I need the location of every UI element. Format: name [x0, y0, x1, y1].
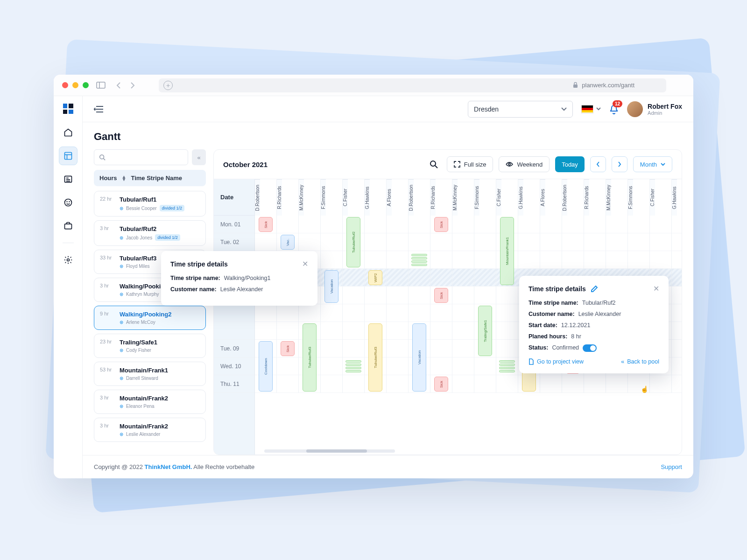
- gantt-bar[interactable]: Sick: [434, 377, 448, 392]
- maximize-dot[interactable]: [83, 82, 89, 88]
- person-icon: ⊛: [120, 235, 123, 240]
- sort-hours-label: Hours: [99, 175, 117, 182]
- view-select[interactable]: Month: [633, 156, 672, 172]
- gantt-bar[interactable]: Vacation: [412, 323, 426, 392]
- date-header: Date: [214, 179, 254, 216]
- svg-point-18: [100, 155, 104, 159]
- gantt-bar[interactable]: WIP2: [368, 270, 382, 285]
- gantt-bar[interactable]: Cooldown: [259, 341, 273, 392]
- next-button[interactable]: [612, 156, 627, 172]
- gantt-bar[interactable]: Sick: [434, 288, 448, 303]
- task-card[interactable]: 9 hr Walking/Pooking2 ⊛Arlene McCoy: [94, 306, 206, 330]
- sort-name-label: Time Stripe Name: [131, 175, 182, 182]
- gantt-bar[interactable]: Tubular/Ruf3: [303, 323, 317, 392]
- edit-icon[interactable]: [591, 285, 598, 293]
- notifications-button[interactable]: 12: [609, 104, 619, 114]
- go-project-link[interactable]: Go to project view: [529, 358, 584, 365]
- close-icon[interactable]: ✕: [302, 259, 308, 268]
- gantt-bar[interactable]: Sick: [259, 217, 273, 232]
- task-name: Tubular/Ruf1: [120, 196, 200, 203]
- popover-field-value: 8 hr: [571, 333, 581, 340]
- svg-point-10: [64, 199, 71, 206]
- task-person: Jacob Jones: [126, 235, 152, 240]
- column-header: R.Richards: [584, 179, 589, 216]
- rail-settings[interactable]: [59, 251, 78, 269]
- gantt-bar[interactable]: Traling/Safe1: [478, 306, 492, 356]
- gantt-stack[interactable]: [499, 360, 515, 372]
- date-cell: Thu. 11: [214, 375, 254, 393]
- column-header: C.Fisher: [343, 179, 348, 216]
- rail-gantt[interactable]: [59, 147, 78, 165]
- location-select[interactable]: Dresden: [468, 101, 573, 118]
- today-button[interactable]: Today: [555, 156, 585, 172]
- new-tab-icon[interactable]: +: [163, 81, 173, 90]
- task-card[interactable]: 22 hr Tubular/Ruf1 ⊛Bessie Cooperdivided…: [94, 191, 206, 217]
- app-logo[interactable]: [63, 104, 73, 114]
- sort-icon: ▲▼: [122, 175, 127, 181]
- close-dot[interactable]: [62, 82, 68, 88]
- gantt-bar[interactable]: Tubular/Ruf3: [368, 323, 382, 392]
- collapse-panel-button[interactable]: «: [192, 149, 206, 165]
- column-header: M.McKinney: [452, 179, 458, 216]
- rail-home[interactable]: [59, 123, 78, 142]
- task-card[interactable]: 3 hr Mountain/Frank2 ⊛Leslie Alexander: [94, 418, 206, 442]
- task-hours: 3 hr: [100, 225, 120, 231]
- column-header: F.Simmons: [628, 179, 633, 216]
- gantt-stack[interactable]: [345, 360, 361, 372]
- popover-field-label: Time stripe name:: [529, 300, 578, 306]
- gantt-bar[interactable]: Tubular/Ruf2: [346, 217, 360, 267]
- rail-news[interactable]: [59, 170, 78, 189]
- status-toggle[interactable]: [583, 344, 597, 352]
- rail-briefcase[interactable]: [59, 217, 78, 235]
- search-input[interactable]: [94, 149, 188, 165]
- gantt-stack[interactable]: [411, 254, 427, 266]
- sidebar-toggle-icon[interactable]: [95, 81, 106, 90]
- column-header: G.Hawkins: [672, 179, 677, 216]
- task-hours: 9 hr: [100, 311, 120, 316]
- minimize-dot[interactable]: [72, 82, 78, 88]
- rail-emoji[interactable]: [59, 193, 78, 212]
- task-person: Leslie Alexander: [126, 432, 160, 437]
- support-link[interactable]: Support: [661, 463, 682, 470]
- gantt-search-button[interactable]: [426, 157, 441, 172]
- chevron-down-icon: [661, 163, 665, 166]
- user-name: Robert Fox: [648, 103, 682, 110]
- gantt-bar[interactable]: Sick: [434, 217, 448, 232]
- person-icon: ⊛: [120, 320, 123, 325]
- weekend-button[interactable]: Weekend: [499, 156, 550, 172]
- sort-bar[interactable]: Hours ▲▼ Time Stripe Name: [94, 170, 206, 186]
- forward-icon[interactable]: [127, 81, 138, 90]
- gantt-bar[interactable]: Mountain/Frank1: [500, 217, 514, 285]
- column-header: G.Hawkins: [365, 179, 370, 216]
- person-icon: ⊛: [120, 206, 123, 211]
- menu-toggle-icon[interactable]: [94, 105, 104, 113]
- prev-button[interactable]: [590, 156, 606, 172]
- h-scrollbar[interactable]: [264, 449, 395, 453]
- task-card[interactable]: 3 hr Tubular/Ruf2 ⊛Jacob Jonesdivided 1/…: [94, 220, 206, 246]
- gantt-bar[interactable]: Vacation: [324, 270, 338, 303]
- date-cell: Tue. 02: [214, 233, 254, 251]
- gantt-bar[interactable]: Sick: [281, 341, 295, 356]
- gantt-bar[interactable]: Vac.: [281, 235, 295, 250]
- task-card[interactable]: 3 hr Mountain/Frank2 ⊛Eleanor Pena: [94, 390, 206, 414]
- task-card[interactable]: 23 hr Traling/Safe1 ⊛Cody Fisher: [94, 334, 206, 358]
- resource-column: G.Hawkins: [672, 179, 682, 393]
- task-card[interactable]: 53 hr Mountain/Frank1 ⊛Darrell Steward: [94, 362, 206, 386]
- footer-company[interactable]: ThinkNet GmbH.: [145, 463, 192, 470]
- back-pool-link[interactable]: « Back to pool: [621, 358, 659, 365]
- person-icon: ⊛: [120, 264, 123, 269]
- language-select[interactable]: [581, 105, 601, 113]
- url-bar[interactable]: + planwerk.com/gantt: [159, 78, 666, 92]
- user-menu[interactable]: Robert Fox Admin: [627, 101, 682, 117]
- close-icon[interactable]: ✕: [653, 284, 659, 293]
- resource-column: M.McKinney: [452, 179, 474, 393]
- date-cell: [214, 304, 254, 322]
- column-header: A.Flores: [540, 179, 545, 216]
- status-label: Status:: [529, 344, 548, 352]
- fullsize-button[interactable]: Full size: [447, 156, 493, 172]
- back-icon[interactable]: [113, 81, 124, 90]
- avatar: [627, 101, 643, 117]
- svg-line-21: [435, 166, 437, 168]
- task-name: Walking/Pooking2: [120, 311, 200, 318]
- task-name: Tubular/Ruf2: [120, 225, 200, 232]
